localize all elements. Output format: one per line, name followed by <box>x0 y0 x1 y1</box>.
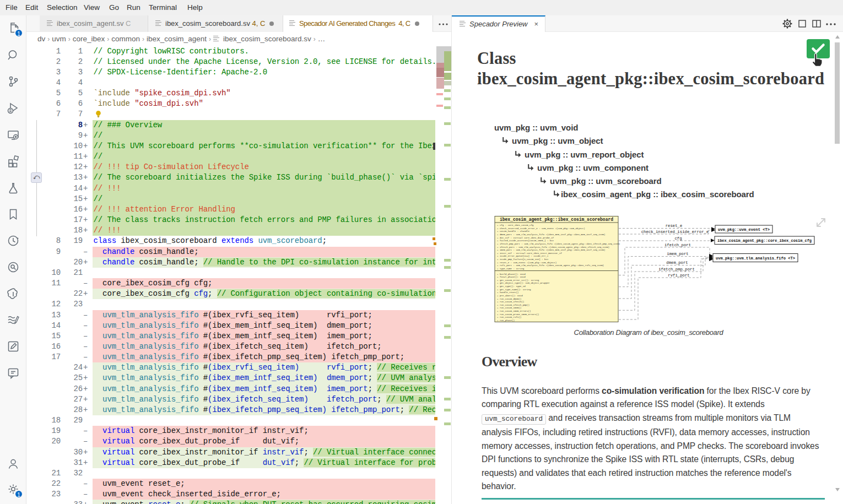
svg-text:+ instr_vif : virtual core_ibe: + instr_vif : virtual core_ibex_instr_mo… <box>497 252 562 254</box>
svg-text:+ run_phase(): + run_phase() <box>497 319 515 322</box>
svg-text:+ run_cosim_ifetch(): + run_cosim_ifetch() <box>497 301 524 303</box>
svg-text:+ get_cosim_error_str(): strin: + get_cosim_error_str(): string <box>497 279 539 281</box>
svg-text:+ dut_vif : virtual core_ibex_: + dut_vif : virtual core_ibex_dut_probe_… <box>497 237 554 239</box>
svg-text:cfg: cfg <box>674 236 682 241</box>
svg-text:+ failed_iside_accesses[cosim_: + failed_iside_accesses[cosim_imem_] : b… <box>497 240 554 242</box>
svg-text:+ get_object_type(): uvm_objec: + get_object_type(): uvm_object_wrapper <box>497 282 550 284</box>
svg-text:ibex_cosim_agent_pkg::ibex_cos: ibex_cosim_agent_pkg::ibex_cosim_scorebo… <box>500 217 613 223</box>
svg-text:check_inserted_iside_error_e: check_inserted_iside_error_e <box>641 230 709 234</box>
svg-text:+ run_cosim_rvfi(): + run_cosim_rvfi() <box>497 316 521 318</box>
svg-text:+ ifetch_port : uvm_tlm_analys: + ifetch_port : uvm_tlm_analysis_fifo #(… <box>497 246 609 248</box>
svg-text:+ build_phase(): void: + build_phase(): void <box>497 273 526 275</box>
svg-text:reset_e: reset_e <box>666 224 683 228</box>
svg-text:+ iside_error_queue[isa] : isi: + iside_error_queue[isa] : iside_err_t <box>497 255 549 257</box>
svg-text:uvm_pkg::uvm_event <T>: uvm_pkg::uvm_event <T> <box>718 227 770 232</box>
svg-text:+ get_type_name(): string: + get_type_name(): string <box>497 289 531 291</box>
svg-text:imem_port: imem_port <box>667 252 688 256</box>
svg-text:+ run_cosim_ifetch_pmp(): + run_cosim_ifetch_pmp() <box>497 304 529 306</box>
svg-text:ifetch_port: ifetch_port <box>664 243 691 247</box>
svg-text:+ iside_pmp_failure[n_cosim_in: + iside_pmp_failure[n_cosim_ine] : bit <box>497 258 549 261</box>
svg-text:+ check_inserted_iside_error_e: + check_inserted_iside_error_e : uvm_eve… <box>497 227 585 230</box>
svg-text:+ pre_abort(): void: + pre_abort(): void <box>497 295 523 297</box>
svg-text:+ type_name : string: + type_name : string <box>497 268 525 270</box>
svg-text:+ run_cosim_dmem(): + run_cosim_dmem() <box>497 298 521 300</box>
svg-text:+ run_cosim_prune_imem_errors(: + run_cosim_prune_imem_errors() <box>497 313 539 316</box>
svg-text:uvm_pkg::uvm_tlm_analysis_fifo: uvm_pkg::uvm_tlm_analysis_fifo <T> <box>716 256 795 261</box>
svg-text:ibex_cosim_agent_pkg::core_ibe: ibex_cosim_agent_pkg::core_ibex_cosim_cf… <box>717 239 812 243</box>
svg-text:+ cfg : core_ibex_cosim_cfg: + cfg : core_ibex_cosim_cfg <box>497 224 534 226</box>
svg-text:+ dmem_port : uvm_tlm_analysis: + dmem_port : uvm_tlm_analysis_fifo #(ib… <box>497 234 606 236</box>
svg-text:rvfi_port: rvfi_port <box>668 273 689 278</box>
svg-text:+ handle_reset(): + handle_reset() <box>497 291 518 294</box>
svg-text:+ rvfi_port : uvm_tlm_analysis: + rvfi_port : uvm_tlm_analysis_fifo #(ib… <box>497 264 604 267</box>
svg-text:+ get_type(): type_id: + get_type(): type_id <box>497 285 526 288</box>
svg-text:+ imem_port : uvm_tlm_analysis: + imem_port : uvm_tlm_analysis_fifo #(ib… <box>497 249 606 251</box>
svg-text:ifetch_pmp_port: ifetch_pmp_port <box>658 267 695 272</box>
svg-text:+ reset_e : uvm_event #(uvm_pk: + reset_e : uvm_event #(uvm_pkg::uvm_obj… <box>497 262 556 264</box>
svg-text:+ run_cosim_imem(): + run_cosim_imem() <box>497 307 521 309</box>
svg-text:+ cosim_handle : chandle: + cosim_handle : chandle <box>497 230 530 232</box>
svg-text:+ final_phase(): void: + final_phase(): void <box>497 276 526 278</box>
svg-text:+ ifetch_pmp_port : uvm_tlm_an: + ifetch_pmp_port : uvm_tlm_analysis_fif… <box>497 243 620 245</box>
svg-text:+ run_cosim_imem_errors(): + run_cosim_imem_errors() <box>497 310 531 312</box>
svg-text:dmem_port: dmem_port <box>666 261 688 265</box>
